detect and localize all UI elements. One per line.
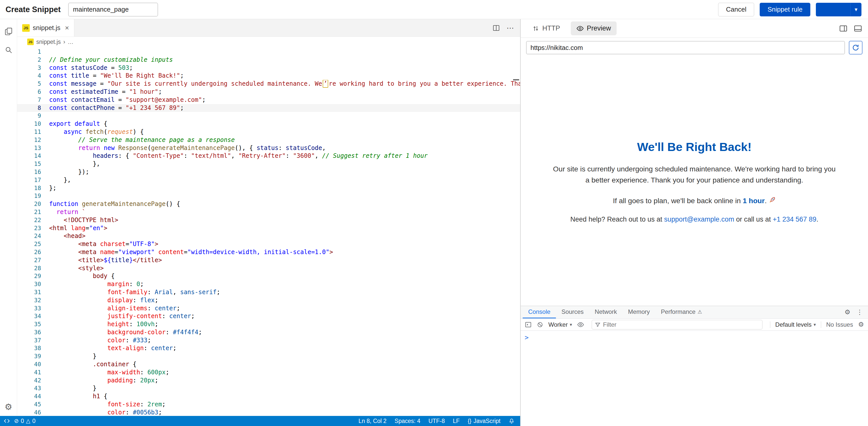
snippets-icon[interactable] bbox=[3, 26, 13, 36]
code-line[interactable]: 21 return ` bbox=[17, 208, 520, 216]
code-line[interactable]: 12 // Serve the maintenance page as a re… bbox=[17, 136, 520, 144]
filter-input[interactable] bbox=[603, 321, 759, 328]
execution-context-select[interactable]: Worker ▾ bbox=[548, 321, 572, 328]
code-line[interactable]: 1 bbox=[17, 48, 520, 56]
close-icon[interactable]: × bbox=[65, 24, 69, 32]
line-number: 29 bbox=[17, 272, 41, 280]
devtools-tab-memory[interactable]: Memory bbox=[622, 306, 655, 318]
cursor-position[interactable]: Ln 8, Col 2 bbox=[359, 418, 386, 425]
code-line[interactable]: 2// Define your customizable inputs bbox=[17, 56, 520, 64]
code-line[interactable]: 6const estimatedTime = "1 hour"; bbox=[17, 88, 520, 96]
code-line[interactable]: 8const contactPhone = "+1 234 567 89"; bbox=[17, 104, 520, 112]
support-email-link[interactable]: support@example.com bbox=[664, 216, 734, 223]
code-line[interactable]: 23<html lang="en"> bbox=[17, 224, 520, 232]
code-editor[interactable]: 12// Define your customizable inputs3con… bbox=[17, 47, 520, 416]
code-line[interactable]: 9 bbox=[17, 112, 520, 120]
code-line[interactable]: 44 h1 { bbox=[17, 393, 520, 401]
tab-snippet-js[interactable]: JS snippet.js × bbox=[17, 19, 74, 36]
code-line[interactable]: 18}; bbox=[17, 184, 520, 192]
maintenance-eta: If all goes to plan, we'll be back onlin… bbox=[613, 197, 776, 205]
code-line[interactable]: 16 }); bbox=[17, 168, 520, 176]
line-number: 18 bbox=[17, 184, 41, 192]
remote-indicator-icon[interactable] bbox=[3, 418, 10, 424]
line-number: 6 bbox=[17, 88, 41, 96]
code-line[interactable]: 25 <meta charset="UTF-8"> bbox=[17, 240, 520, 248]
code-line[interactable]: 17 }, bbox=[17, 176, 520, 184]
console-filter[interactable] bbox=[592, 320, 763, 330]
clear-console-icon[interactable] bbox=[537, 321, 543, 328]
console-sidebar-icon[interactable] bbox=[525, 321, 532, 328]
indentation[interactable]: Spaces: 4 bbox=[395, 418, 421, 425]
devtools-menu-kebab-icon[interactable]: ⋮ bbox=[857, 308, 863, 316]
code-line[interactable]: 28 <style> bbox=[17, 264, 520, 273]
refresh-button[interactable] bbox=[849, 41, 863, 54]
code-line[interactable]: 14 headers: { "Content-Type": "text/html… bbox=[17, 152, 520, 160]
devtools-tab-console[interactable]: Console bbox=[523, 306, 556, 318]
code-line[interactable]: 15 }, bbox=[17, 160, 520, 168]
gear-icon[interactable]: ⚙ bbox=[4, 402, 12, 412]
code-line[interactable]: 42 padding: 20px; bbox=[17, 377, 520, 385]
code-line[interactable]: 39 } bbox=[17, 352, 520, 361]
panel-layout-icon[interactable] bbox=[839, 25, 847, 32]
code-line[interactable]: 45 font-size: 2rem; bbox=[17, 401, 520, 408]
code-line[interactable]: 41 max-width: 600px; bbox=[17, 369, 520, 377]
code-line[interactable]: 13 return new Response(generateMaintenan… bbox=[17, 144, 520, 152]
console-settings-gear-icon[interactable]: ⚙ bbox=[858, 321, 864, 329]
log-levels-select[interactable]: Default levels ▾ bbox=[775, 321, 816, 328]
code-line[interactable]: 34 justify-content: center; bbox=[17, 312, 520, 320]
code-line[interactable]: 29 body { bbox=[17, 272, 520, 280]
breadcrumb[interactable]: JS snippet.js › … bbox=[17, 37, 520, 47]
code-line[interactable]: 36 background-color: #f4f4f4; bbox=[17, 329, 520, 337]
language-mode[interactable]: {} JavaScript bbox=[468, 418, 500, 425]
devtools-tab-network[interactable]: Network bbox=[589, 306, 622, 318]
encoding[interactable]: UTF-8 bbox=[429, 418, 445, 425]
code-line[interactable]: 3const statusCode = 503; bbox=[17, 64, 520, 72]
console-output[interactable]: > bbox=[521, 331, 868, 426]
code-line[interactable]: 30 margin: 0; bbox=[17, 280, 520, 288]
split-editor-icon[interactable] bbox=[492, 24, 500, 32]
code-line[interactable]: 4const title = "We'll Be Right Back!"; bbox=[17, 72, 520, 80]
code-line[interactable]: 19 bbox=[17, 192, 520, 200]
snippet-rule-button[interactable]: Snippet rule bbox=[760, 3, 810, 17]
search-icon[interactable] bbox=[3, 45, 13, 55]
code-line[interactable]: 43 } bbox=[17, 385, 520, 393]
code-line[interactable]: 24 <head> bbox=[17, 232, 520, 240]
devtools-settings-gear-icon[interactable]: ⚙ bbox=[844, 308, 850, 316]
cancel-button[interactable]: Cancel bbox=[718, 3, 754, 17]
code-line[interactable]: 11 async fetch(request) { bbox=[17, 128, 520, 136]
code-line[interactable]: 33 align-items: center; bbox=[17, 305, 520, 313]
code-line[interactable]: 40 .container { bbox=[17, 361, 520, 369]
code-line[interactable]: 26 <meta name="viewport" content="width=… bbox=[17, 248, 520, 256]
deploy-button[interactable]: Deploy bbox=[816, 3, 850, 17]
code-line[interactable]: 46 color: #0056b3; bbox=[17, 408, 520, 416]
code-line[interactable]: 31 font-family: Arial, sans-serif; bbox=[17, 288, 520, 296]
issues-counter[interactable]: No Issues bbox=[826, 321, 853, 328]
devtools-tab-sources[interactable]: Sources bbox=[556, 306, 589, 318]
deploy-dropdown-button[interactable]: ▾ bbox=[850, 3, 862, 17]
tab-http[interactable]: HTTP bbox=[527, 22, 566, 35]
code-line[interactable]: 27 <title>${title}</title> bbox=[17, 256, 520, 264]
code-line[interactable]: 22 <!DOCTYPE html> bbox=[17, 216, 520, 224]
maintenance-heading: We'll Be Right Back! bbox=[637, 140, 751, 154]
bell-icon[interactable] bbox=[508, 418, 515, 424]
code-line[interactable]: 20function generateMaintenancePage() { bbox=[17, 200, 520, 208]
tab-preview[interactable]: Preview bbox=[571, 22, 617, 35]
more-actions-icon[interactable]: ⋯ bbox=[506, 24, 514, 32]
problems-indicator[interactable]: ⊘ 0 △ 0 bbox=[14, 418, 35, 425]
code-line[interactable]: 10export default { bbox=[17, 120, 520, 128]
devtools-tab-performance[interactable]: Performance⚠ bbox=[655, 306, 708, 318]
code-line[interactable]: 32 display: flex; bbox=[17, 296, 520, 305]
support-phone-link[interactable]: +1 234 567 89 bbox=[773, 216, 816, 223]
devtools-dock-icon[interactable] bbox=[854, 25, 862, 32]
console-prompt-icon[interactable]: > bbox=[525, 334, 529, 341]
eol[interactable]: LF bbox=[453, 418, 460, 425]
url-input[interactable] bbox=[526, 41, 845, 54]
snippet-name-input[interactable] bbox=[68, 3, 158, 17]
code-lines[interactable]: 12// Define your customizable inputs3con… bbox=[17, 48, 520, 416]
code-line[interactable]: 37 color: #333; bbox=[17, 337, 520, 345]
live-expression-eye-icon[interactable] bbox=[577, 321, 584, 328]
code-line[interactable]: 7const contactEmail = "support@example.c… bbox=[17, 96, 520, 104]
code-line[interactable]: 35 height: 100vh; bbox=[17, 320, 520, 329]
code-line[interactable]: 38 text-align: center; bbox=[17, 344, 520, 352]
code-line[interactable]: 5const message = "Our site is currently … bbox=[17, 80, 520, 88]
